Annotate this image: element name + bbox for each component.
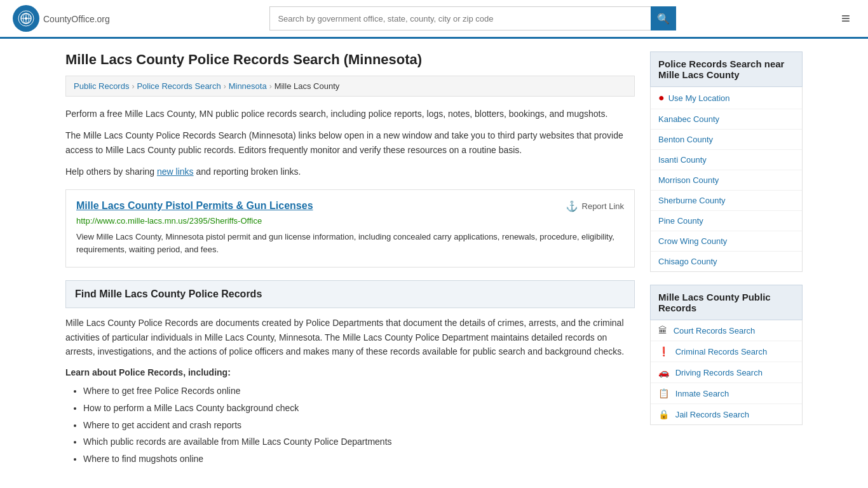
breadcrumb-public-records[interactable]: Public Records — [74, 81, 129, 91]
chisago-link[interactable]: Chisago County — [658, 257, 717, 266]
learn-list: Where to get free Police Records online … — [65, 383, 635, 467]
breadcrumb-sep-2: › — [224, 82, 226, 91]
record-card: Mille Lacs County Pistol Permits & Gun L… — [65, 189, 635, 268]
sidebar-item-isanti[interactable]: Isanti County — [651, 150, 802, 170]
sidebar-item-driving-records[interactable]: 🚗 Driving Records Search — [651, 362, 802, 383]
sidebar-item-chisago[interactable]: Chisago County — [651, 252, 802, 271]
use-location-item[interactable]: ● Use My Location — [651, 87, 802, 109]
public-records-list: 🏛 Court Records Search ❗ Criminal Record… — [650, 320, 803, 425]
location-icon: ● — [658, 92, 665, 104]
description-1: Perform a free Mille Lacs County, MN pub… — [65, 107, 635, 121]
public-records-section: Mille Lacs County Public Records 🏛 Court… — [650, 285, 803, 425]
breadcrumb: Public Records › Police Records Search ›… — [65, 76, 635, 97]
sherburne-link[interactable]: Sherburne County — [658, 196, 726, 205]
header: CountyOffice.org 🔍 ≡ — [0, 0, 868, 39]
inmate-search-link[interactable]: Inmate Search — [675, 389, 729, 398]
nearby-section: Police Records Search near Mille Lacs Co… — [650, 51, 803, 272]
sidebar-item-crow-wing[interactable]: Crow Wing County — [651, 231, 802, 252]
crow-wing-link[interactable]: Crow Wing County — [658, 236, 727, 246]
nearby-header: Police Records Search near Mille Lacs Co… — [650, 51, 803, 87]
driving-records-link[interactable]: Driving Records Search — [675, 368, 763, 377]
find-section-header: Find Mille Lacs County Police Records — [65, 280, 635, 308]
pine-link[interactable]: Pine County — [658, 216, 703, 226]
search-area: 🔍 — [269, 6, 676, 30]
page-title: Mille Lacs County Police Records Search … — [65, 51, 635, 68]
sidebar-item-benton[interactable]: Benton County — [651, 130, 802, 150]
breadcrumb-current: Mille Lacs County — [275, 81, 340, 91]
record-url[interactable]: http://www.co.mille-lacs.mn.us/2395/Sher… — [76, 216, 624, 226]
logo-name: CountyOffice — [43, 14, 95, 24]
list-item: Where to get accident and crash reports — [83, 417, 635, 434]
desc3-suffix: and reporting broken links. — [194, 166, 301, 177]
report-icon: ⚓ — [566, 200, 578, 212]
find-section-body: Mille Lacs County Police Records are doc… — [65, 316, 635, 358]
morrison-link[interactable]: Morrison County — [658, 175, 719, 185]
record-title[interactable]: Mille Lacs County Pistol Permits & Gun L… — [76, 200, 313, 212]
inmate-icon: 📋 — [658, 388, 669, 398]
logo-suffix: .org — [95, 14, 110, 24]
report-link-label: Report Link — [582, 201, 624, 211]
sidebar-item-jail-records[interactable]: 🔒 Jail Records Search — [651, 404, 802, 424]
nearby-list: ● Use My Location Kanabec County Benton … — [650, 87, 803, 272]
main-content: Mille Lacs County Police Records Search … — [65, 51, 635, 467]
list-item: Where to get free Police Records online — [83, 383, 635, 400]
description-2: The Mille Lacs County Police Records Sea… — [65, 128, 635, 157]
record-card-header: Mille Lacs County Pistol Permits & Gun L… — [76, 200, 624, 212]
list-item: Which public records are available from … — [83, 433, 635, 451]
hamburger-icon: ≡ — [841, 10, 850, 27]
breadcrumb-sep-1: › — [132, 82, 134, 91]
learn-label: Learn about Police Records, including: — [65, 367, 635, 377]
breadcrumb-police-records[interactable]: Police Records Search — [137, 81, 220, 91]
kanabec-link[interactable]: Kanabec County — [658, 114, 719, 124]
sidebar-item-sherburne[interactable]: Sherburne County — [651, 191, 802, 211]
isanti-link[interactable]: Isanti County — [658, 155, 707, 165]
sidebar-item-kanabec[interactable]: Kanabec County — [651, 109, 802, 130]
description-3: Help others by sharing new links and rep… — [65, 165, 635, 179]
public-records-header: Mille Lacs County Public Records — [650, 285, 803, 320]
use-location-link[interactable]: Use My Location — [668, 93, 730, 103]
logo-text[interactable]: CountyOffice.org — [43, 12, 110, 25]
sidebar-item-inmate-search[interactable]: 📋 Inmate Search — [651, 383, 802, 404]
court-icon: 🏛 — [658, 325, 667, 336]
svg-point-5 — [25, 17, 27, 20]
desc3-prefix: Help others by sharing — [65, 166, 157, 177]
sidebar-item-court-records[interactable]: 🏛 Court Records Search — [651, 320, 802, 341]
search-icon: 🔍 — [657, 13, 670, 25]
sidebar-item-pine[interactable]: Pine County — [651, 211, 802, 231]
sidebar-item-morrison[interactable]: Morrison County — [651, 170, 802, 191]
record-description: View Mille Lacs County, Minnesota pistol… — [76, 231, 624, 257]
breadcrumb-minnesota[interactable]: Minnesota — [229, 81, 267, 91]
menu-button[interactable]: ≡ — [836, 7, 855, 30]
list-item: How to perform a Mille Lacs County backg… — [83, 400, 635, 417]
content-wrapper: Mille Lacs County Police Records Search … — [53, 39, 815, 480]
sidebar-item-criminal-records[interactable]: ❗ Criminal Records Search — [651, 341, 802, 362]
jail-icon: 🔒 — [658, 409, 669, 419]
court-records-link[interactable]: Court Records Search — [674, 326, 756, 336]
logo-area: CountyOffice.org — [13, 5, 110, 32]
jail-records-link[interactable]: Jail Records Search — [675, 410, 749, 419]
search-input[interactable] — [269, 6, 651, 30]
report-link-button[interactable]: ⚓ Report Link — [566, 200, 624, 212]
search-button[interactable]: 🔍 — [651, 6, 676, 30]
list-item: Where to find mugshots online — [83, 451, 635, 468]
sidebar: Police Records Search near Mille Lacs Co… — [650, 51, 803, 467]
criminal-icon: ❗ — [658, 346, 669, 356]
new-links-link[interactable]: new links — [157, 166, 194, 177]
driving-icon: 🚗 — [658, 367, 669, 377]
logo-icon — [13, 5, 39, 32]
criminal-records-link[interactable]: Criminal Records Search — [675, 347, 768, 356]
breadcrumb-sep-3: › — [269, 82, 272, 91]
benton-link[interactable]: Benton County — [658, 135, 713, 144]
